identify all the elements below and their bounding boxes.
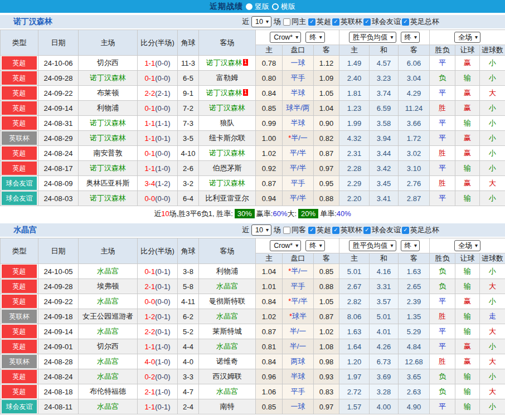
away-team[interactable]: 诺丁汉森林 [209,149,245,157]
away-team[interactable]: 诺丁汉森林 [206,89,242,97]
league-badge: 球会友谊 [2,192,37,205]
handicap-result-cell: 输 [455,324,480,339]
league-filter[interactable]: ✓英超 [308,17,331,27]
away-team[interactable]: 富勒姆 [216,74,238,82]
avg-type-select[interactable]: 胜平负均值▾ [349,32,396,43]
goals-cell: 小 [480,369,505,384]
home-team[interactable]: 水晶宫 [97,327,119,335]
recent-count-select[interactable]: 10▾ [251,16,271,27]
league-filter[interactable]: ✓英超 [308,225,331,235]
odds-away-cell: 0.97 [314,399,339,414]
home-team[interactable]: 布莱顿 [97,89,119,97]
away-cell: 利物浦 [199,264,256,279]
handicap-cell: 平/半 [283,146,314,161]
avg-final-select[interactable]: 终▾ [401,32,420,43]
away-team[interactable]: 水晶宫 [216,312,238,320]
home-team[interactable]: 水晶宫 [97,357,119,365]
avg-home-cell: 5.01 [339,264,370,279]
home-team[interactable]: 水晶宫 [97,297,119,305]
recent-count-select[interactable]: 10▾ [251,224,271,236]
date-cell: 24-09-18 [38,309,79,324]
unit-label: 场 [274,17,281,27]
away-team[interactable]: 水晶宫 [216,387,238,395]
table-row: 英超 24-08-31 诺丁汉森林 1-1(1-1) 7-3 狼队 0.99 半… [1,116,505,131]
result-cell: 平 [430,56,455,71]
home-team[interactable]: 切尔西 [97,58,119,67]
odds-home-cell: 1.02 [256,309,283,324]
avg-type-select[interactable]: 胜平负均值▾ [349,240,396,251]
scope-select[interactable]: 全场▾ [454,32,480,43]
avg-away-cell: 3.02 [399,146,430,161]
away-team[interactable]: 狼队 [220,119,235,127]
away-team[interactable]: 莱斯特城 [213,327,242,335]
league-filter[interactable]: ✓球会友谊 [363,225,401,235]
away-team[interactable]: 水晶宫 [216,282,238,290]
avg-draw-cell: 3.41 [370,191,399,206]
home-team[interactable]: 水晶宫 [97,402,119,411]
home-team[interactable]: 奥林匹亚科斯 [86,179,130,187]
avg-final-select[interactable]: 终▾ [401,240,420,251]
section-header: 水晶宫 近 10▾ 场 同客 ✓英超✓英联杯✓球会友谊✓英足总杯 [0,223,505,237]
score-cell: 2-1(1-0) [138,384,178,399]
handicap-result-cell: 赢 [455,294,480,309]
home-team[interactable]: 南安普敦 [94,149,123,157]
home-team[interactable]: 诺丁汉森林 [90,194,126,202]
home-team[interactable]: 女王公园巡游者 [82,312,133,320]
away-team[interactable]: 水晶宫 [216,342,238,350]
layout-radio-vertical[interactable]: 竖版 [246,2,269,12]
results-table: 类型 日期 主场 比分(半场) 角球 客场 Crow*▾ 终▾ 胜平负均 [0,238,505,414]
handicap-value: 平手 [291,387,305,395]
away-team[interactable]: 诺丁汉森林 [209,104,245,112]
home-team[interactable]: 水晶宫 [97,372,119,380]
league-badge: 英超 [2,265,37,278]
away-team[interactable]: 伯恩茅斯 [213,164,242,172]
odds-final-select[interactable]: 终▾ [305,32,325,43]
home-team[interactable]: 水晶宫 [97,267,119,275]
layout-radio-vertical-label: 竖版 [255,2,269,12]
league-filter[interactable]: ✓英联杯 [332,225,362,235]
away-team[interactable]: 诺丁汉森林 [206,58,242,67]
col-header-away: 客场 [199,30,256,56]
league-filter[interactable]: ✓英联杯 [332,17,362,27]
home-team[interactable]: 诺丁汉森林 [90,119,126,127]
home-team[interactable]: 埃弗顿 [97,282,119,290]
checkbox-checked-icon: ✓ [363,18,371,26]
home-team[interactable]: 诺丁汉森林 [90,134,126,142]
league-filter[interactable]: ✓球会友谊 [363,17,401,27]
layout-radio-horizontal[interactable]: 横版 [272,2,295,12]
odds-source-select[interactable]: Crow*▾ [270,240,301,251]
table-row: 球会友谊 24-08-09 奥林匹亚科斯 3-4(1-2) 3-2 诺丁汉森林 … [1,176,505,191]
result-cell: 负 [430,264,455,279]
date-cell: 24-08-03 [38,191,79,206]
away-team[interactable]: 诺丁汉森林 [209,179,245,187]
away-team[interactable]: 诺维奇 [216,357,238,365]
home-team[interactable]: 诺丁汉森林 [90,164,126,172]
odds-final-value: 终 [309,241,317,251]
handicap-cell: 平手 [283,176,314,191]
away-team[interactable]: 西汉姆联 [213,372,242,380]
league-filter[interactable]: ✓英足总杯 [402,17,439,27]
same-venue-filter[interactable]: 同主 [283,17,306,27]
sub-header-avg-draw: 和 [370,253,399,264]
halftime-score: (0-1) [155,267,170,276]
away-team[interactable]: 纽卡斯尔联 [209,134,245,142]
league-filter[interactable]: ✓英足总杯 [402,225,439,235]
away-team[interactable]: 南特 [220,402,235,411]
avg-away-cell: 4.90 [399,399,430,414]
corner-cell: 6-4 [178,191,199,206]
handicap-value: 平手 [291,179,305,187]
halftime-score: (1-0) [155,358,170,366]
away-team[interactable]: 利物浦 [216,267,238,275]
checkbox-checked-icon: ✓ [332,227,339,234]
same-venue-filter[interactable]: 同客 [283,225,306,235]
scope-select[interactable]: 全场▾ [454,240,480,251]
home-cell: 奥林匹亚科斯 [79,176,138,191]
home-team[interactable]: 诺丁汉森林 [90,74,126,82]
home-team[interactable]: 利物浦 [97,104,119,112]
away-team[interactable]: 曼彻斯特联 [209,297,245,305]
home-team[interactable]: 切尔西 [97,342,119,350]
away-team[interactable]: 比利亚雷亚尔 [206,194,249,202]
odds-final-select[interactable]: 终▾ [305,240,325,251]
home-team[interactable]: 布伦特福德 [90,387,126,395]
odds-source-select[interactable]: Crow*▾ [270,32,301,43]
